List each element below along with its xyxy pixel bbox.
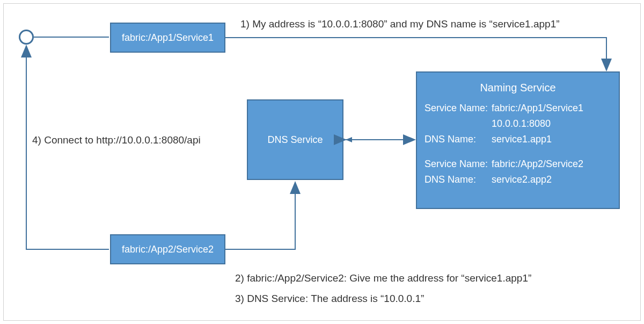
- naming-row0-val: fabric:/App1/Service1: [492, 100, 583, 116]
- naming-row5-val: service2.app2: [492, 172, 552, 188]
- naming-row4-val: fabric:/App2/Service2: [492, 156, 583, 172]
- step1-text: 1) My address is “10.0.0.1:8080” and my …: [240, 18, 560, 30]
- naming-row2-val: service1.app1: [492, 132, 552, 147]
- naming-row4-lbl: Service Name:: [425, 156, 492, 172]
- dns-box: DNS Service: [247, 99, 343, 180]
- naming-row5-lbl: DNS Name:: [425, 172, 492, 188]
- naming-row3-lbl: [425, 147, 492, 156]
- naming-row1-val: 10.0.0.1:8080: [492, 116, 551, 132]
- naming-box: Naming Service Service Name:fabric:/App1…: [416, 71, 620, 209]
- step3-text: 3) DNS Service: The address is “10.0.0.1…: [235, 293, 424, 305]
- naming-row0-lbl: Service Name:: [425, 100, 492, 116]
- service2-box: fabric:/App2/Service2: [110, 234, 225, 264]
- service1-label: fabric:/App1/Service1: [122, 32, 214, 44]
- naming-title: Naming Service: [425, 79, 611, 96]
- service2-label: fabric:/App2/Service2: [122, 244, 214, 255]
- service1-box: fabric:/App1/Service1: [110, 23, 225, 53]
- start-node: [19, 30, 34, 45]
- step2-text: 2) fabric:/App2/Service2: Give me the ad…: [235, 272, 531, 284]
- step4-text: 4) Connect to http://10.0.0.1:8080/api: [32, 134, 201, 146]
- dns-label: DNS Service: [267, 134, 323, 146]
- naming-row2-lbl: DNS Name:: [425, 132, 492, 147]
- naming-row1-lbl: [425, 116, 492, 132]
